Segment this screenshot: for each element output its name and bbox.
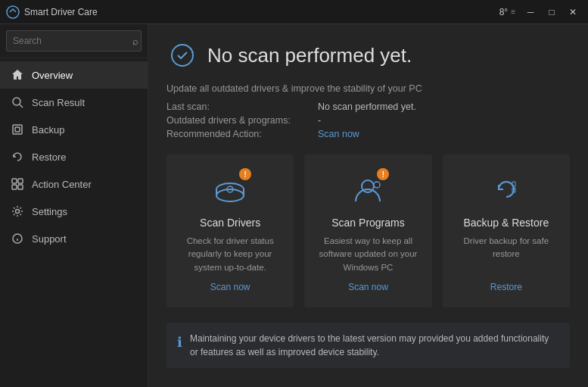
- svg-rect-5: [12, 179, 17, 183]
- search-wrapper: ⌕: [6, 30, 142, 51]
- main-content: No scan performed yet. Update all outdat…: [148, 24, 588, 387]
- page-title: No scan performed yet.: [207, 44, 412, 67]
- close-button[interactable]: ✕: [564, 5, 582, 20]
- scan-programs-desc: Easiest way to keep all software updated…: [316, 235, 419, 274]
- scan-result-icon: [11, 95, 24, 109]
- scan-drivers-title: Scan Drivers: [200, 217, 260, 229]
- notice-text: Maintaining your device drivers to the l…: [190, 332, 559, 359]
- scan-programs-icon: !: [348, 170, 387, 209]
- notice-icon: ℹ: [177, 332, 182, 353]
- svg-point-13: [374, 182, 380, 188]
- support-icon: [11, 232, 24, 245]
- info-label-outdated: Outdated drivers & programs:: [166, 115, 318, 126]
- page-header-icon: [166, 39, 198, 71]
- backup-restore-action[interactable]: Restore: [490, 282, 522, 292]
- info-row-recommended: Recommended Action: Scan now: [166, 129, 570, 139]
- backup-restore-icon: [487, 170, 526, 209]
- info-value-last-scan: No scan performed yet.: [318, 101, 416, 112]
- backup-restore-desc: Driver backup for safe restore: [455, 235, 558, 274]
- backup-restore-title: Backup & Restore: [463, 217, 549, 229]
- maximize-button[interactable]: □: [543, 5, 561, 20]
- sidebar-item-label-action: Action Center: [32, 179, 92, 190]
- scan-programs-title: Scan Programs: [331, 217, 404, 229]
- window-controls: ─ □ ✕: [521, 5, 582, 20]
- user-badge: 8° ≡: [499, 7, 515, 17]
- page-header: No scan performed yet.: [166, 39, 570, 71]
- sidebar-item-label-backup: Backup: [32, 124, 64, 136]
- settings-icon: [11, 204, 24, 218]
- cards-row: ! Scan Drivers Check for driver status r…: [166, 154, 570, 307]
- scan-drivers-icon: !: [210, 170, 250, 209]
- home-icon: [11, 68, 24, 82]
- card-scan-programs: ! Scan Programs Easiest way to keep all …: [304, 154, 431, 307]
- info-table: Last scan: No scan performed yet. Outdat…: [166, 101, 570, 139]
- info-label-recommended: Recommended Action:: [166, 129, 318, 139]
- svg-point-1: [13, 98, 20, 105]
- app-body: ⌕ Overview Sc: [0, 24, 588, 387]
- info-value-outdated: -: [318, 115, 321, 126]
- scan-drivers-badge: !: [239, 168, 251, 180]
- card-scan-drivers: ! Scan Drivers Check for driver status r…: [166, 154, 294, 307]
- info-label-last-scan: Last scan:: [166, 101, 318, 112]
- svg-rect-3: [13, 125, 22, 134]
- sidebar-item-restore[interactable]: Restore: [0, 143, 148, 170]
- sidebar-item-label-support: Support: [32, 233, 67, 245]
- scan-drivers-desc: Check for driver status regularly to kee…: [179, 235, 282, 274]
- app-title: Smart Driver Care: [24, 7, 499, 17]
- sidebar-item-label-scan: Scan Result: [32, 97, 85, 108]
- minimize-button[interactable]: ─: [521, 5, 540, 20]
- sidebar: ⌕ Overview Sc: [0, 24, 148, 387]
- svg-point-0: [7, 6, 19, 18]
- bottom-notice: ℹ Maintaining your device drivers to the…: [166, 323, 570, 368]
- sidebar-item-support[interactable]: Support: [0, 225, 148, 252]
- sidebar-item-overview[interactable]: Overview: [0, 61, 148, 89]
- action-center-icon: [11, 177, 24, 191]
- sidebar-item-label-settings: Settings: [32, 206, 67, 217]
- svg-point-9: [16, 210, 20, 214]
- titlebar: Smart Driver Care 8° ≡ ─ □ ✕: [0, 0, 588, 24]
- svg-rect-7: [12, 185, 17, 189]
- nav-items: Overview Scan Result: [0, 58, 148, 387]
- search-input[interactable]: [6, 30, 142, 51]
- app-icon: [6, 5, 20, 19]
- sidebar-item-settings[interactable]: Settings: [0, 198, 148, 225]
- restore-icon: [11, 150, 24, 164]
- scan-programs-badge: !: [377, 168, 389, 180]
- info-row-last-scan: Last scan: No scan performed yet.: [166, 101, 570, 112]
- svg-rect-8: [18, 185, 23, 189]
- search-icon-button[interactable]: ⌕: [132, 36, 138, 47]
- sidebar-item-backup[interactable]: Backup: [0, 116, 148, 143]
- sidebar-item-scan-result[interactable]: Scan Result: [0, 89, 148, 116]
- card-backup-restore: Backup & Restore Driver backup for safe …: [443, 154, 570, 307]
- backup-icon: [11, 123, 24, 136]
- svg-rect-6: [18, 179, 23, 183]
- svg-point-10: [216, 189, 244, 201]
- svg-rect-4: [15, 127, 20, 132]
- search-container: ⌕: [0, 24, 148, 58]
- sidebar-item-label-restore: Restore: [32, 151, 67, 163]
- svg-line-2: [20, 105, 23, 108]
- page-subtitle: Update all outdated drivers & improve th…: [166, 83, 570, 94]
- sidebar-item-action-center[interactable]: Action Center: [0, 170, 148, 198]
- scan-drivers-action[interactable]: Scan now: [210, 282, 250, 292]
- scan-programs-action[interactable]: Scan now: [348, 282, 388, 292]
- info-row-outdated: Outdated drivers & programs: -: [166, 115, 570, 126]
- content-area: No scan performed yet. Update all outdat…: [148, 24, 588, 387]
- sidebar-item-label-overview: Overview: [32, 70, 73, 81]
- scan-now-link[interactable]: Scan now: [318, 129, 359, 139]
